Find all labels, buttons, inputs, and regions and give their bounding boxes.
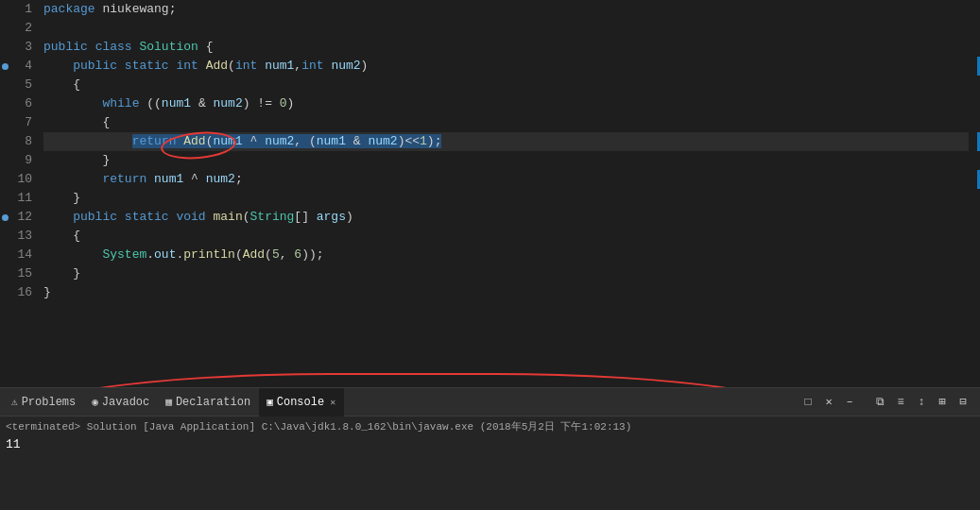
- ln-12: 12: [17, 208, 32, 227]
- code-line-9: }: [43, 151, 969, 170]
- code-line-11: }: [43, 189, 969, 208]
- line-number-3: 3: [0, 38, 32, 57]
- tabs-toolbar: □✕–⧉≡↕⊞⊟: [799, 393, 976, 412]
- console-result: 11: [6, 435, 974, 454]
- line-number-1: 1: [0, 0, 32, 19]
- line-number-7: 7: [0, 113, 32, 132]
- tab-icon-declaration: ▦: [165, 396, 172, 408]
- console-output: <terminated> Solution [Java Application]…: [0, 416, 980, 510]
- gutter-line-9: [969, 151, 980, 170]
- ln-7: 7: [25, 113, 32, 132]
- tab-console[interactable]: ▣Console✕: [259, 388, 344, 416]
- gutter-line-15: [969, 264, 980, 283]
- gutter-line-10: [969, 170, 980, 189]
- code-line-15: }: [43, 264, 969, 283]
- gutter-line-13: [969, 227, 980, 246]
- line-number-13: 13: [0, 227, 32, 246]
- code-line-3: public class Solution {: [43, 38, 969, 57]
- gutter-line-8: [969, 132, 980, 151]
- code-line-2: [43, 19, 969, 38]
- code-line-8: return Add(num1 ^ num2, (num1 & num2)<<1…: [43, 132, 969, 151]
- ln-5: 5: [25, 76, 32, 94]
- code-line-13: {: [43, 227, 969, 246]
- extra-btn-1[interactable]: ≡: [891, 393, 910, 412]
- code-line-7: {: [43, 113, 969, 132]
- ln-3: 3: [25, 38, 32, 57]
- line-number-10: 10: [0, 170, 32, 189]
- tab-label-console: Console: [277, 396, 324, 409]
- gutter-line-6: [969, 94, 980, 113]
- tab-problems[interactable]: ⚠Problems: [4, 388, 84, 416]
- line-number-8: 8: [0, 132, 32, 151]
- code-editor: 12345678910111213141516 package niukewan…: [0, 0, 980, 387]
- tab-label-problems: Problems: [22, 396, 77, 409]
- ln-13: 13: [17, 227, 32, 246]
- extra-btn-0[interactable]: ⧉: [870, 393, 889, 412]
- gutter-line-1: [969, 0, 980, 19]
- line-number-16: 16: [0, 283, 32, 302]
- tab-label-javadoc: Javadoc: [102, 396, 149, 409]
- tab-label-declaration: Declaration: [176, 396, 250, 409]
- gutter-line-3: [969, 38, 980, 57]
- gutter-line-12: [969, 208, 980, 227]
- extra-btn-4[interactable]: ⊟: [954, 393, 972, 412]
- toolbar-btn-0[interactable]: □: [799, 393, 817, 412]
- code-line-16: }: [43, 283, 969, 302]
- code-line-12: public static void main(String[] args): [43, 208, 969, 227]
- extra-btn-2[interactable]: ↕: [912, 393, 931, 412]
- ln-9: 9: [25, 151, 32, 170]
- code-content: package niukewang; public class Solution…: [40, 0, 969, 387]
- tab-declaration[interactable]: ▦Declaration: [158, 388, 259, 416]
- code-line-10: return num1 ^ num2;: [43, 170, 969, 189]
- line-number-14: 14: [0, 246, 32, 264]
- ln-6: 6: [25, 94, 32, 113]
- line-number-11: 11: [0, 189, 32, 208]
- ln-8: 8: [25, 132, 32, 151]
- ln-14: 14: [17, 246, 32, 264]
- code-line-14: System.out.println(Add(5, 6));: [43, 246, 969, 264]
- line-number-9: 9: [0, 151, 32, 170]
- line-number-4: 4: [0, 57, 32, 76]
- gutter-line-14: [969, 246, 980, 264]
- gutter-line-5: [969, 76, 980, 94]
- breakpoint-dot-4: [2, 63, 9, 70]
- code-line-5: {: [43, 76, 969, 94]
- ln-2: 2: [25, 19, 32, 38]
- breakpoint-dot-12: [2, 214, 9, 221]
- tab-icon-problems: ⚠: [11, 396, 18, 408]
- code-line-4: public static int Add(int num1,int num2): [43, 57, 969, 76]
- ln-15: 15: [17, 264, 32, 283]
- tab-icon-console: ▣: [266, 396, 273, 408]
- ln-10: 10: [17, 170, 32, 189]
- extra-btn-3[interactable]: ⊞: [933, 393, 952, 412]
- code-line-6: while ((num1 & num2) != 0): [43, 94, 969, 113]
- gutter-line-11: [969, 189, 980, 208]
- bottom-panel: ⚠Problems◉Javadoc▦Declaration▣Console✕□✕…: [0, 387, 980, 510]
- ln-16: 16: [17, 283, 32, 302]
- code-line-1: package niukewang;: [43, 0, 969, 19]
- toolbar-btn-2[interactable]: –: [840, 393, 859, 412]
- line-number-6: 6: [0, 94, 32, 113]
- tabs-bar: ⚠Problems◉Javadoc▦Declaration▣Console✕□✕…: [0, 388, 980, 416]
- gutter-line-16: [969, 283, 980, 302]
- ln-1: 1: [25, 0, 32, 19]
- gutter-right: [969, 0, 980, 387]
- ln-4: 4: [25, 57, 32, 76]
- ln-11: 11: [17, 189, 32, 208]
- gutter-line-7: [969, 113, 980, 132]
- line-numbers: 12345678910111213141516: [0, 0, 40, 387]
- gutter-line-2: [969, 19, 980, 38]
- line-number-2: 2: [0, 19, 32, 38]
- tab-javadoc[interactable]: ◉Javadoc: [84, 388, 158, 416]
- line-number-12: 12: [0, 208, 32, 227]
- editor-wrapper: 12345678910111213141516 package niukewan…: [0, 0, 980, 387]
- console-terminated-text: <terminated> Solution [Java Application]…: [6, 418, 974, 435]
- toolbar-btn-1[interactable]: ✕: [819, 393, 838, 412]
- tab-close-console[interactable]: ✕: [330, 397, 335, 408]
- tab-icon-javadoc: ◉: [92, 396, 98, 408]
- line-number-15: 15: [0, 264, 32, 283]
- gutter-line-4: [969, 57, 980, 76]
- line-number-5: 5: [0, 76, 32, 94]
